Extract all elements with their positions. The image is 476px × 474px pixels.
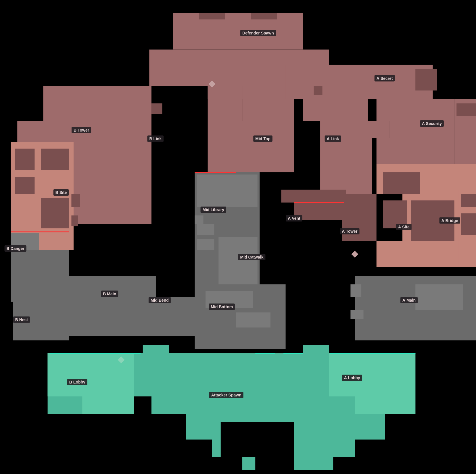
map-container [0,0,476,474]
map-canvas [0,0,476,474]
